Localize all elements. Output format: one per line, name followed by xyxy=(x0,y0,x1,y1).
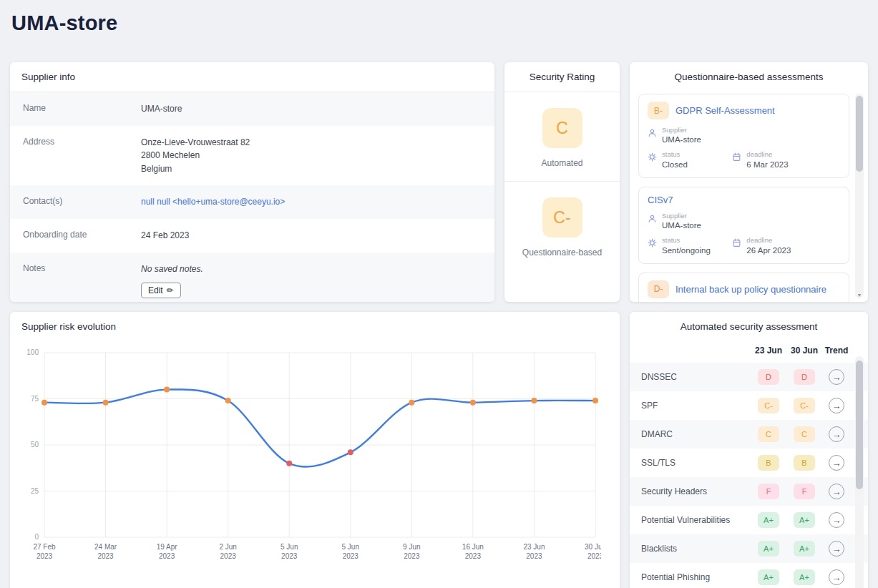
metric-name: Blacklists xyxy=(641,544,751,554)
questionnaire-rating-section: C- Questionnaire-based xyxy=(504,182,620,270)
onboarding-label: Onboarding date xyxy=(23,229,141,242)
grade-badge: A+ xyxy=(794,569,815,585)
info-row-name: Name UMA-store xyxy=(10,92,494,126)
trend-arrow-button[interactable]: → xyxy=(829,512,844,528)
assessment-table-row: Potential PhishingA+A+→ xyxy=(630,563,868,588)
edit-button-label: Edit xyxy=(148,285,163,295)
questionnaire-assessments-card: Questionnaire-based assessments B-GDPR S… xyxy=(630,62,868,302)
automated-rating-badge: C xyxy=(542,108,582,148)
grade-badge: C xyxy=(758,426,779,442)
trend-arrow-button[interactable]: → xyxy=(829,398,844,413)
automated-assessment-card: Automated security assessment 23 Jun 30 … xyxy=(630,312,868,588)
grade-badge: C- xyxy=(758,398,779,413)
assessment-table-row: BlacklistsA+A+→ xyxy=(630,534,868,563)
assessment-name-link[interactable]: GDPR Self-Assessment xyxy=(675,105,775,116)
questionnaire-assessments-title: Questionnaire-based assessments xyxy=(630,62,868,92)
table-column-headers: 23 Jun 30 Jun Trend xyxy=(630,341,868,363)
trend-arrow-button[interactable]: → xyxy=(829,569,844,585)
svg-text:2023: 2023 xyxy=(220,552,237,560)
assessments-list: B-GDPR Self-AssessmentSupplierUMA-stores… xyxy=(638,94,849,302)
assessments-scrollbar-thumb[interactable] xyxy=(856,96,863,172)
assessments-scrollbar[interactable]: ▼ xyxy=(855,94,864,298)
svg-text:5 Jun: 5 Jun xyxy=(342,543,359,551)
supplier-name-value: UMA-store xyxy=(141,102,182,116)
assessment-table-row: Potential VulnerabilitiesA+A+→ xyxy=(630,506,868,534)
svg-text:2023: 2023 xyxy=(587,552,601,560)
supplier-address-value: Onze-Lieve-Vrouwestraat 82 2800 Mechelen… xyxy=(141,136,250,176)
trend-arrow-button[interactable]: → xyxy=(829,484,844,499)
edit-notes-button[interactable]: Edit ✏ xyxy=(141,283,181,298)
grade-badge: C- xyxy=(794,398,815,413)
svg-text:75: 75 xyxy=(31,395,39,403)
field-label: status xyxy=(662,236,711,244)
metric-name: SSL/TLS xyxy=(641,458,751,468)
automated-assessment-title: Automated security assessment xyxy=(630,312,868,341)
column-header-trend: Trend xyxy=(822,346,851,356)
svg-text:5 Jun: 5 Jun xyxy=(281,543,298,551)
grade-badge: A+ xyxy=(758,512,779,528)
svg-text:2023: 2023 xyxy=(404,552,420,560)
page: UMA-store Supplier info Name UMA-store A… xyxy=(0,0,878,588)
status-field: statusSent/ongoing xyxy=(648,236,732,254)
pencil-icon: ✏ xyxy=(167,285,174,295)
assessment-table-row: DMARCCC→ xyxy=(630,420,868,449)
assessment-item: B-GDPR Self-AssessmentSupplierUMA-stores… xyxy=(638,94,849,178)
field-value: UMA-store xyxy=(662,221,701,230)
trend-arrow-button[interactable]: → xyxy=(829,455,844,471)
svg-text:2023: 2023 xyxy=(465,552,482,560)
column-header-date1: 23 Jun xyxy=(751,346,786,356)
field-label: Supplier xyxy=(662,126,701,134)
grade-badge: A+ xyxy=(794,541,815,557)
status-gear-icon xyxy=(648,236,657,250)
field-value: UMA-store xyxy=(662,135,701,144)
address-line: Onze-Lieve-Vrouwestraat 82 xyxy=(141,136,250,150)
questionnaire-rating-badge: C- xyxy=(542,197,582,237)
contact-email-link[interactable]: null null <hello+uma-store@ceeyu.io> xyxy=(141,197,285,207)
onboarding-date-value: 24 Feb 2023 xyxy=(141,229,189,242)
field-value: Sent/ongoing xyxy=(662,246,711,255)
assessment-item: D-Internal back up policy questionnaireS… xyxy=(638,273,849,302)
info-row-notes: Notes No saved notes. Edit ✏ xyxy=(10,253,494,302)
page-title: UMA-store xyxy=(11,11,868,35)
assessment-table-row: DNSSECDD→ xyxy=(630,363,868,391)
svg-text:2023: 2023 xyxy=(281,552,298,560)
address-line: 2800 Mechelen xyxy=(141,149,250,162)
table-scrollbar[interactable] xyxy=(855,356,864,588)
assessment-item: CISv7SupplierUMA-storestatusSent/ongoing… xyxy=(638,187,849,264)
calendar-icon xyxy=(732,236,741,250)
table-scrollbar-thumb[interactable] xyxy=(856,361,863,489)
metric-name: Potential Phishing xyxy=(641,572,751,582)
status-gear-icon xyxy=(648,150,657,165)
trend-arrow-button[interactable]: → xyxy=(829,426,844,442)
assessment-grade-badge: B- xyxy=(648,102,669,119)
assessment-grade-badge: D- xyxy=(648,280,669,298)
assessment-table-row: SPFC-C-→ xyxy=(630,391,868,420)
automated-rating-section: C Automated xyxy=(504,92,620,181)
assessment-name-link[interactable]: Internal back up policy questionnaire xyxy=(675,284,826,295)
trend-arrow-button[interactable]: → xyxy=(829,541,844,557)
security-rating-title: Security Rating xyxy=(504,62,620,92)
risk-evolution-card: Supplier risk evolution 025507510027 Feb… xyxy=(10,312,620,588)
assessment-name-link[interactable]: CISv7 xyxy=(648,195,673,205)
assessment-table-row: Security HeadersFF→ xyxy=(630,477,868,506)
trend-arrow-button[interactable]: → xyxy=(829,369,844,385)
deadline-field: deadline26 Apr 2023 xyxy=(732,236,840,254)
metric-name: SPF xyxy=(641,401,751,411)
field-label: status xyxy=(662,150,688,158)
grade-badge: A+ xyxy=(794,512,815,528)
svg-text:0: 0 xyxy=(34,533,39,541)
automated-rating-label: Automated xyxy=(541,157,582,170)
address-label: Address xyxy=(23,136,141,176)
svg-text:30 Jun: 30 Jun xyxy=(585,543,601,551)
field-value: 26 Apr 2023 xyxy=(746,246,791,255)
metric-name: Potential Vulnerabilities xyxy=(641,515,751,525)
grade-badge: B xyxy=(794,455,815,471)
scroll-down-arrow-icon[interactable]: ▼ xyxy=(855,293,864,298)
status-field: statusClosed xyxy=(648,150,732,168)
svg-text:2023: 2023 xyxy=(343,552,359,560)
supplier-info-card: Supplier info Name UMA-store Address Onz… xyxy=(10,62,494,302)
grade-badge: D xyxy=(794,369,815,385)
supplier-field: SupplierUMA-store xyxy=(648,212,732,230)
questionnaire-rating-label: Questionnaire-based xyxy=(522,247,602,259)
deadline-field: deadline6 Mar 2023 xyxy=(732,150,840,168)
